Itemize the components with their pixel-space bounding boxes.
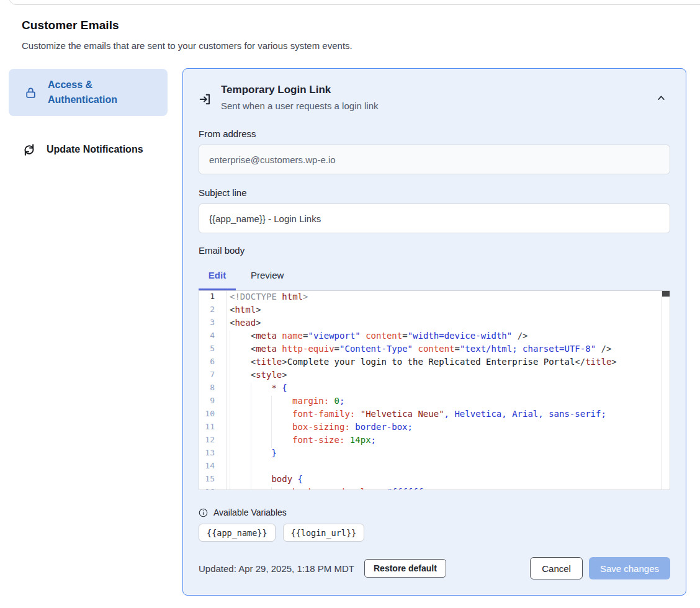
line-number: 2 xyxy=(199,305,226,318)
email-body-label: Email body xyxy=(199,245,670,256)
sidebar-item-label: Update Notifications xyxy=(47,142,143,157)
line-number: 5 xyxy=(199,344,226,357)
line-number: 11 xyxy=(199,422,226,435)
line-number: 4 xyxy=(199,331,226,344)
variable-chip-app-name[interactable]: {{app_name}} xyxy=(199,524,276,542)
scrollbar-thumb[interactable] xyxy=(662,291,670,297)
code-line: font-size: 14px; xyxy=(230,435,670,448)
line-number: 13 xyxy=(199,448,226,461)
code-line xyxy=(230,461,670,474)
page-title: Customer Emails xyxy=(22,19,580,32)
line-number: 16 xyxy=(199,487,226,490)
lock-icon xyxy=(24,86,37,99)
card-footer: Updated: Apr 29, 2025, 1:18 PM MDT Resto… xyxy=(199,557,670,579)
editor-gutter: 12345678910111213141516 xyxy=(199,291,227,490)
code-line: font-family: "Helvetica Neue", Helvetica… xyxy=(230,409,670,422)
page-subtitle: Customize the emails that are sent to yo… xyxy=(22,40,580,51)
variable-chip-login-url[interactable]: {{login_url}} xyxy=(283,524,365,542)
code-line: <style> xyxy=(230,370,670,383)
code-line: * { xyxy=(230,383,670,396)
from-address-label: From address xyxy=(199,128,670,139)
code-line: <html> xyxy=(230,305,670,318)
available-variables-row: Available Variables xyxy=(199,507,670,517)
tab-preview[interactable]: Preview xyxy=(251,264,284,288)
line-number: 14 xyxy=(199,461,226,474)
card-header: Temporary Login Link Sent when a user re… xyxy=(199,84,670,111)
code-line: <head> xyxy=(230,318,670,331)
page-header: Customer Emails Customize the emails tha… xyxy=(22,19,580,51)
sidebar: Access & Authentication Update Notificat… xyxy=(9,69,168,163)
line-number: 7 xyxy=(199,370,226,383)
sidebar-item-update-notifications[interactable]: Update Notifications xyxy=(9,136,168,163)
code-line: <meta name="viewport" content="width=dev… xyxy=(230,331,670,344)
restore-default-button[interactable]: Restore default xyxy=(364,559,446,578)
card-title: Temporary Login Link xyxy=(221,84,378,96)
sidebar-item-label: Access & Authentication xyxy=(48,78,159,107)
code-line: body { xyxy=(230,474,670,487)
line-number: 10 xyxy=(199,409,226,422)
card-subtitle: Sent when a user requests a login link xyxy=(221,101,378,111)
code-line: margin: 0; xyxy=(230,396,670,409)
updated-timestamp: Updated: Apr 29, 2025, 1:18 PM MDT xyxy=(199,563,354,574)
line-number: 15 xyxy=(199,474,226,487)
subject-line-label: Subject line xyxy=(199,187,670,198)
line-number: 1 xyxy=(199,292,226,305)
tab-edit[interactable]: Edit xyxy=(199,264,236,288)
line-number: 9 xyxy=(199,396,226,409)
info-icon xyxy=(199,508,208,517)
variable-chips: {{app_name}} {{login_url}} xyxy=(199,524,670,542)
code-lines[interactable]: <!DOCTYPE html><html><head> <meta name="… xyxy=(227,291,670,490)
code-line: <meta http-equiv="Content-Type" content=… xyxy=(230,344,670,357)
from-address-input[interactable] xyxy=(199,145,670,174)
temporary-login-link-card: Temporary Login Link Sent when a user re… xyxy=(182,68,686,596)
sidebar-item-access-authentication[interactable]: Access & Authentication xyxy=(9,69,168,116)
line-number: 3 xyxy=(199,318,226,331)
editor-scrollbar[interactable] xyxy=(662,291,670,490)
save-changes-button[interactable]: Save changes xyxy=(589,557,670,579)
code-line: <!DOCTYPE html> xyxy=(230,292,670,305)
code-line: background-color: #ffffff; xyxy=(230,487,670,490)
code-line: <title>Complete your login to the Replic… xyxy=(230,357,670,370)
line-number: 8 xyxy=(199,383,226,396)
code-line: box-sizing: border-box; xyxy=(230,422,670,435)
refresh-icon xyxy=(22,143,36,157)
subject-line-input[interactable] xyxy=(199,203,670,233)
login-icon xyxy=(199,92,212,111)
available-variables-label: Available Variables xyxy=(213,507,287,517)
code-line: } xyxy=(230,448,670,461)
email-body-tabs: Edit Preview xyxy=(199,264,670,288)
line-number: 6 xyxy=(199,357,226,370)
email-body-editor[interactable]: 12345678910111213141516 <!DOCTYPE html><… xyxy=(199,290,670,490)
chevron-up-icon[interactable] xyxy=(656,92,666,111)
line-number: 12 xyxy=(199,435,226,448)
cancel-button[interactable]: Cancel xyxy=(530,557,583,579)
previous-card-edge xyxy=(9,0,700,5)
